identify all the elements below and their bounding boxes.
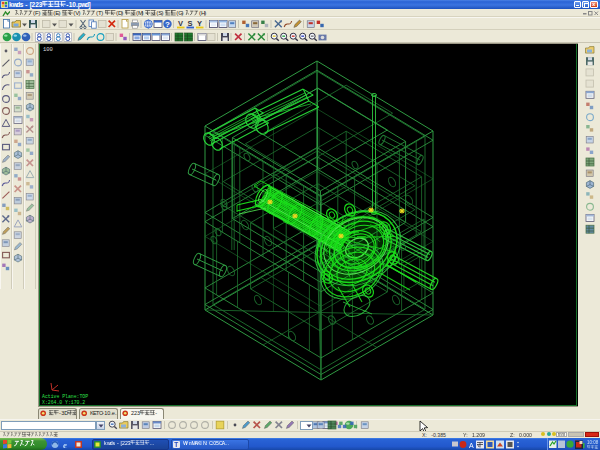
svg-text:-: -	[155, 410, 157, 416]
svg-text:-: -	[117, 440, 119, 446]
svg-text:Active Plane:TOP: Active Plane:TOP	[42, 394, 88, 399]
svg-text:): )	[121, 10, 123, 16]
svg-text:]: ]	[88, 1, 90, 9]
svg-text:e: e	[63, 440, 67, 449]
svg-text:3: 3	[137, 410, 140, 416]
svg-text:I: I	[200, 440, 201, 446]
svg-text:.: .	[116, 410, 117, 416]
svg-text:): )	[162, 10, 164, 16]
svg-text:-: -	[25, 1, 27, 8]
svg-text:.: .	[228, 440, 229, 446]
svg-text:?: ?	[165, 20, 170, 29]
svg-text:3: 3	[128, 440, 131, 446]
svg-text:s: s	[20, 1, 24, 8]
svg-text:): )	[79, 10, 81, 16]
svg-text:X:264.0 Y:170.2: X:264.0 Y:170.2	[42, 400, 85, 405]
svg-text:): )	[38, 10, 40, 16]
svg-text:): )	[182, 10, 184, 16]
svg-text:A: A	[469, 442, 474, 449]
svg-text:): )	[59, 10, 61, 16]
svg-text::: :	[206, 440, 207, 446]
svg-text:T: T	[174, 441, 178, 448]
svg-text:100: 100	[43, 46, 53, 53]
svg-text:): )	[141, 10, 143, 16]
svg-text:s: s	[113, 440, 116, 446]
svg-text:i: i	[186, 440, 187, 446]
svg-text:.: .	[153, 440, 154, 446]
svg-text:): )	[204, 10, 206, 16]
svg-text:3: 3	[39, 1, 43, 8]
svg-text:): )	[101, 10, 103, 16]
